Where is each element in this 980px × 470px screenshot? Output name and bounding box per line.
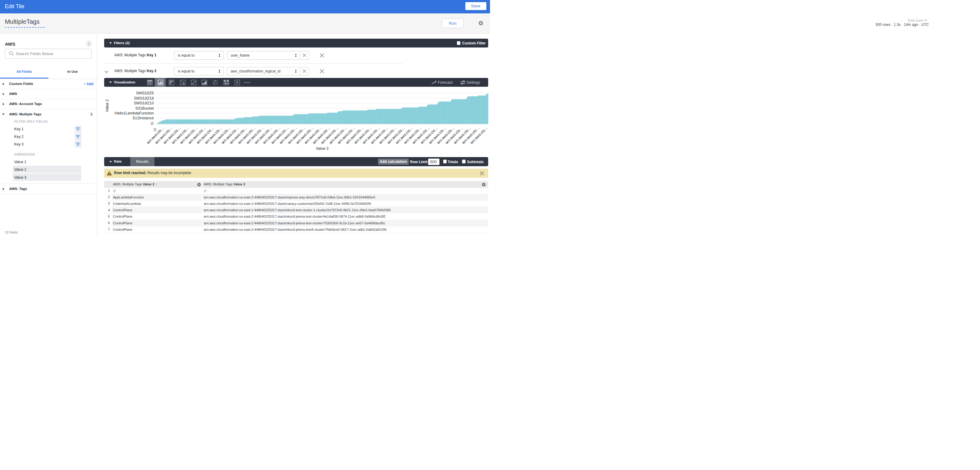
svg-text:SMS3JIZ5: SMS3JIZ5 [136,91,154,95]
svg-text:Ec2Instance: Ec2Instance [133,116,154,120]
svg-text:S31Bucket: S31Bucket [135,106,154,111]
svg-text:Value 3: Value 3 [316,146,329,151]
svg-text:6: 6 [236,80,239,85]
svg-text:Hello1LambdaFunction: Hello1LambdaFunction [115,111,154,115]
svg-text:SMS3JIZ10: SMS3JIZ10 [134,101,154,105]
svg-text:SMS3JIZ18: SMS3JIZ18 [134,96,154,100]
svg-text:∅: ∅ [150,121,154,126]
svg-text:Value 2: Value 2 [105,99,109,112]
